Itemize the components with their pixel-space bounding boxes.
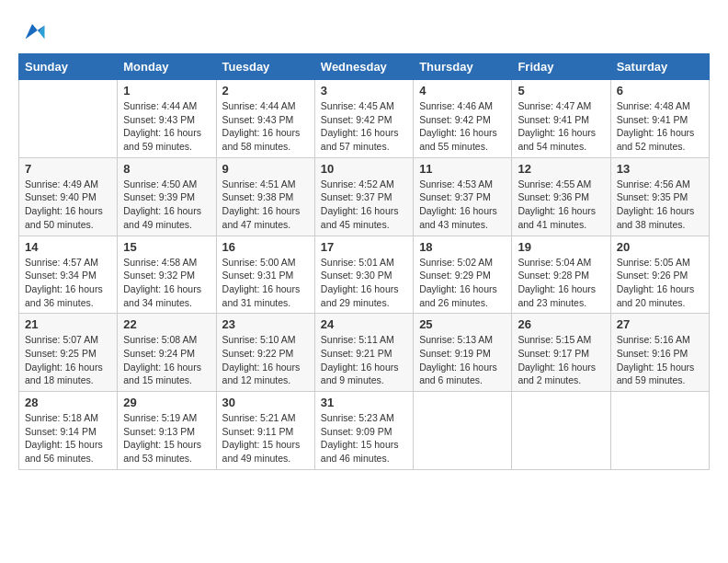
day-number: 30 — [222, 396, 309, 409]
calendar-cell: 7Sunrise: 4:49 AMSunset: 9:40 PMDaylight… — [19, 157, 118, 236]
calendar-cell — [19, 80, 118, 158]
day-number: 22 — [123, 317, 210, 331]
day-number: 4 — [419, 84, 506, 98]
calendar-cell: 25Sunrise: 5:13 AMSunset: 9:19 PMDayligh… — [414, 314, 512, 392]
day-number: 9 — [222, 162, 309, 176]
day-info: Sunrise: 5:23 AMSunset: 9:09 PMDaylight:… — [321, 411, 407, 465]
day-info: Sunrise: 5:18 AMSunset: 9:14 PMDaylight:… — [25, 411, 111, 465]
calendar-cell: 19Sunrise: 5:04 AMSunset: 9:28 PMDayligh… — [512, 236, 610, 314]
day-number: 16 — [222, 240, 309, 254]
calendar-cell: 2Sunrise: 4:44 AMSunset: 9:43 PMDaylight… — [216, 80, 314, 158]
calendar-cell — [610, 392, 709, 470]
calendar-cell: 3Sunrise: 4:45 AMSunset: 9:42 PMDaylight… — [314, 80, 413, 158]
day-number: 31 — [321, 396, 407, 409]
day-info: Sunrise: 5:15 AMSunset: 9:17 PMDaylight:… — [518, 333, 604, 387]
day-number: 13 — [617, 162, 703, 176]
calendar-week-row: 28Sunrise: 5:18 AMSunset: 9:14 PMDayligh… — [19, 392, 710, 470]
day-info: Sunrise: 4:53 AMSunset: 9:37 PMDaylight:… — [419, 178, 506, 232]
day-info: Sunrise: 5:10 AMSunset: 9:22 PMDaylight:… — [222, 333, 309, 387]
day-info: Sunrise: 5:00 AMSunset: 9:31 PMDaylight:… — [222, 256, 309, 310]
calendar-cell: 20Sunrise: 5:05 AMSunset: 9:26 PMDayligh… — [610, 236, 709, 314]
day-info: Sunrise: 4:48 AMSunset: 9:41 PMDaylight:… — [617, 99, 703, 154]
day-info: Sunrise: 4:50 AMSunset: 9:39 PMDaylight:… — [123, 178, 210, 232]
calendar-cell: 23Sunrise: 5:10 AMSunset: 9:22 PMDayligh… — [216, 314, 314, 392]
day-number: 11 — [419, 162, 506, 176]
day-info: Sunrise: 4:49 AMSunset: 9:40 PMDaylight:… — [25, 178, 111, 232]
calendar-table: SundayMondayTuesdayWednesdayThursdayFrid… — [18, 53, 710, 470]
calendar-cell: 17Sunrise: 5:01 AMSunset: 9:30 PMDayligh… — [314, 236, 413, 314]
calendar-cell: 29Sunrise: 5:19 AMSunset: 9:13 PMDayligh… — [118, 392, 216, 470]
day-number: 29 — [123, 396, 210, 409]
calendar-cell — [512, 392, 610, 470]
day-info: Sunrise: 4:46 AMSunset: 9:42 PMDaylight:… — [419, 99, 506, 154]
day-number: 7 — [25, 162, 111, 176]
weekday-header-row: SundayMondayTuesdayWednesdayThursdayFrid… — [19, 54, 710, 80]
logo-icon — [18, 18, 46, 46]
calendar-cell: 21Sunrise: 5:07 AMSunset: 9:25 PMDayligh… — [19, 314, 118, 392]
day-info: Sunrise: 4:58 AMSunset: 9:32 PMDaylight:… — [123, 256, 210, 310]
weekday-header-monday: Monday — [118, 54, 216, 80]
day-info: Sunrise: 4:52 AMSunset: 9:37 PMDaylight:… — [321, 178, 407, 232]
day-info: Sunrise: 5:13 AMSunset: 9:19 PMDaylight:… — [419, 333, 506, 387]
day-info: Sunrise: 5:19 AMSunset: 9:13 PMDaylight:… — [123, 411, 210, 465]
day-info: Sunrise: 5:08 AMSunset: 9:24 PMDaylight:… — [123, 333, 210, 387]
calendar-cell: 24Sunrise: 5:11 AMSunset: 9:21 PMDayligh… — [314, 314, 413, 392]
weekday-header-sunday: Sunday — [19, 54, 118, 80]
day-number: 6 — [617, 84, 703, 98]
calendar-cell: 28Sunrise: 5:18 AMSunset: 9:14 PMDayligh… — [19, 392, 118, 470]
day-number: 17 — [321, 240, 407, 254]
day-info: Sunrise: 5:02 AMSunset: 9:29 PMDaylight:… — [419, 256, 506, 310]
day-number: 3 — [321, 84, 407, 98]
day-number: 26 — [518, 317, 604, 331]
day-number: 19 — [518, 240, 604, 254]
day-info: Sunrise: 4:47 AMSunset: 9:41 PMDaylight:… — [518, 99, 604, 154]
weekday-header-tuesday: Tuesday — [216, 54, 314, 80]
calendar-cell: 13Sunrise: 4:56 AMSunset: 9:35 PMDayligh… — [610, 157, 709, 236]
day-number: 1 — [123, 84, 210, 98]
calendar-cell: 9Sunrise: 4:51 AMSunset: 9:38 PMDaylight… — [216, 157, 314, 236]
calendar-week-row: 14Sunrise: 4:57 AMSunset: 9:34 PMDayligh… — [19, 236, 710, 314]
calendar-cell: 30Sunrise: 5:21 AMSunset: 9:11 PMDayligh… — [216, 392, 314, 470]
day-number: 28 — [25, 396, 111, 409]
day-number: 8 — [123, 162, 210, 176]
day-info: Sunrise: 5:01 AMSunset: 9:30 PMDaylight:… — [321, 256, 407, 310]
calendar-cell: 26Sunrise: 5:15 AMSunset: 9:17 PMDayligh… — [512, 314, 610, 392]
day-info: Sunrise: 4:57 AMSunset: 9:34 PMDaylight:… — [25, 256, 111, 310]
calendar-cell: 16Sunrise: 5:00 AMSunset: 9:31 PMDayligh… — [216, 236, 314, 314]
calendar-cell: 15Sunrise: 4:58 AMSunset: 9:32 PMDayligh… — [118, 236, 216, 314]
day-info: Sunrise: 5:07 AMSunset: 9:25 PMDaylight:… — [25, 333, 111, 387]
day-info: Sunrise: 5:16 AMSunset: 9:16 PMDaylight:… — [617, 333, 703, 387]
logo — [18, 18, 50, 46]
calendar-cell: 18Sunrise: 5:02 AMSunset: 9:29 PMDayligh… — [414, 236, 512, 314]
day-number: 5 — [518, 84, 604, 98]
day-number: 21 — [25, 317, 111, 331]
day-info: Sunrise: 4:55 AMSunset: 9:36 PMDaylight:… — [518, 178, 604, 232]
day-number: 15 — [123, 240, 210, 254]
calendar-cell: 14Sunrise: 4:57 AMSunset: 9:34 PMDayligh… — [19, 236, 118, 314]
day-number: 12 — [518, 162, 604, 176]
calendar-cell: 8Sunrise: 4:50 AMSunset: 9:39 PMDaylight… — [118, 157, 216, 236]
calendar-cell: 11Sunrise: 4:53 AMSunset: 9:37 PMDayligh… — [414, 157, 512, 236]
day-number: 10 — [321, 162, 407, 176]
day-info: Sunrise: 5:11 AMSunset: 9:21 PMDaylight:… — [321, 333, 407, 387]
day-number: 2 — [222, 84, 309, 98]
day-number: 24 — [321, 317, 407, 331]
header — [18, 18, 710, 46]
weekday-header-friday: Friday — [512, 54, 610, 80]
calendar-week-row: 1Sunrise: 4:44 AMSunset: 9:43 PMDaylight… — [19, 80, 710, 158]
day-info: Sunrise: 4:45 AMSunset: 9:42 PMDaylight:… — [321, 99, 407, 154]
day-info: Sunrise: 4:56 AMSunset: 9:35 PMDaylight:… — [617, 178, 703, 232]
day-info: Sunrise: 4:51 AMSunset: 9:38 PMDaylight:… — [222, 178, 309, 232]
day-number: 23 — [222, 317, 309, 331]
day-info: Sunrise: 5:05 AMSunset: 9:26 PMDaylight:… — [617, 256, 703, 310]
calendar-cell: 22Sunrise: 5:08 AMSunset: 9:24 PMDayligh… — [118, 314, 216, 392]
weekday-header-saturday: Saturday — [610, 54, 709, 80]
calendar-cell — [414, 392, 512, 470]
calendar-week-row: 7Sunrise: 4:49 AMSunset: 9:40 PMDaylight… — [19, 157, 710, 236]
day-number: 27 — [617, 317, 703, 331]
day-number: 20 — [617, 240, 703, 254]
calendar-cell: 10Sunrise: 4:52 AMSunset: 9:37 PMDayligh… — [314, 157, 413, 236]
calendar-cell: 4Sunrise: 4:46 AMSunset: 9:42 PMDaylight… — [414, 80, 512, 158]
day-number: 18 — [419, 240, 506, 254]
calendar-cell: 6Sunrise: 4:48 AMSunset: 9:41 PMDaylight… — [610, 80, 709, 158]
